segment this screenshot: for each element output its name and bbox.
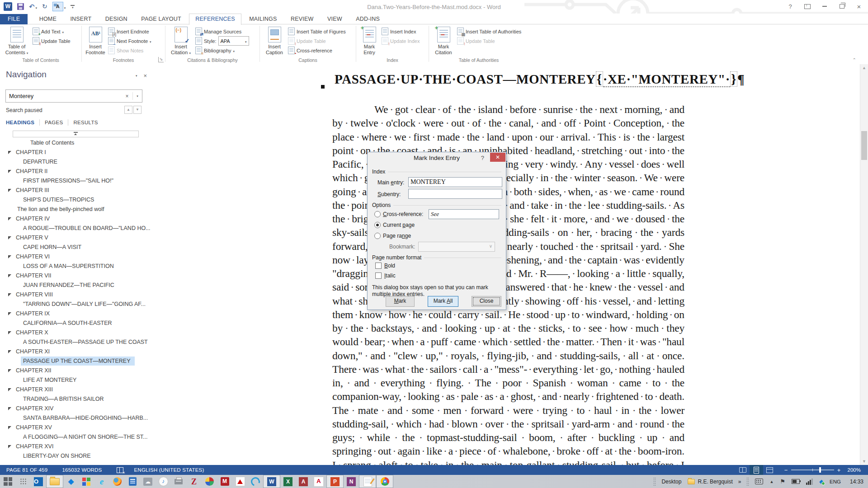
taskbar-printer[interactable] bbox=[171, 475, 186, 488]
nav-heading-item[interactable]: JUAN FERNANDEZ—THE PACIFIC bbox=[0, 281, 152, 290]
taskbar-start[interactable] bbox=[0, 475, 15, 488]
restore-button[interactable] bbox=[836, 2, 847, 10]
tab-view[interactable]: VIEW bbox=[321, 14, 348, 24]
collapse-triangle-icon[interactable] bbox=[8, 426, 11, 429]
taskbar-file-explorer[interactable] bbox=[46, 475, 63, 488]
dialog-title-bar[interactable]: Mark Index Entry ? ✕ bbox=[368, 152, 506, 164]
nav-heading-item[interactable]: CHAPTER X bbox=[0, 328, 152, 338]
toolbar-grip[interactable] bbox=[653, 477, 656, 486]
tab-pages[interactable]: PAGES bbox=[45, 120, 63, 125]
nav-heading-item[interactable]: CHAPTER XVI bbox=[0, 442, 152, 451]
current-page-radio[interactable] bbox=[374, 222, 381, 228]
nav-heading-item[interactable]: PASSAGE UP THE COAST—MONTEREY bbox=[0, 357, 152, 366]
tab-review[interactable]: REVIEW bbox=[285, 14, 320, 24]
document-line[interactable]: I·sprang·aloft·to·take·in·the·main·top-g… bbox=[332, 459, 684, 465]
taskbar-zotero[interactable] bbox=[186, 475, 202, 488]
touch-keyboard-button[interactable] bbox=[755, 479, 763, 484]
bold-checkbox[interactable] bbox=[375, 263, 382, 269]
taskbar-onedrive[interactable] bbox=[140, 475, 156, 488]
insert-footnote-button[interactable]: AB¹ InsertFootnote bbox=[85, 26, 106, 56]
nav-heading-item[interactable]: SANTA BARBARA—HIDE-DROGHING—HARB... bbox=[0, 413, 152, 423]
toolbar-overflow-chevron[interactable]: » bbox=[738, 479, 741, 485]
close-dialog-button[interactable]: Close bbox=[472, 296, 501, 307]
language-indicator[interactable]: ENGLISH (UNITED STATES) bbox=[134, 467, 204, 473]
taskbar-red-pyramid-app[interactable] bbox=[232, 475, 248, 488]
search-input[interactable]: Monterey × bbox=[5, 89, 142, 103]
tab-headings[interactable]: HEADINGS bbox=[6, 120, 34, 125]
pane-options-caret-icon[interactable] bbox=[136, 72, 137, 79]
page-indicator[interactable]: PAGE 81 OF 459 bbox=[6, 467, 47, 473]
taskbar-journal[interactable] bbox=[359, 475, 376, 488]
collapse-triangle-icon[interactable] bbox=[8, 217, 11, 221]
web-layout-button[interactable] bbox=[763, 465, 777, 475]
clear-search-icon[interactable]: × bbox=[122, 93, 132, 99]
taskbar-acrobat[interactable] bbox=[311, 475, 326, 488]
previous-result-button[interactable]: ▲ bbox=[124, 106, 132, 114]
nav-heading-item[interactable]: CHAPTER XV bbox=[0, 423, 152, 432]
taskbar-blue-swirl-app[interactable] bbox=[248, 475, 263, 488]
taskbar-pinned-grid[interactable] bbox=[15, 475, 31, 488]
dialog-close-button[interactable]: ✕ bbox=[490, 153, 505, 162]
nav-heading-item[interactable]: CHAPTER III bbox=[0, 186, 152, 195]
collapse-triangle-icon[interactable] bbox=[8, 388, 11, 391]
bookmark-combobox[interactable] bbox=[418, 242, 495, 252]
word-count[interactable]: 165032 WORDS bbox=[62, 467, 102, 473]
document-line[interactable]: place·where·we·first·made·the·land·upon·… bbox=[332, 131, 684, 144]
taskbar-powerpoint[interactable] bbox=[326, 475, 344, 488]
zoom-slider-thumb[interactable] bbox=[819, 467, 821, 473]
nav-heading-item[interactable]: A FLOGGING—A NIGHT ON SHORE—THE ST... bbox=[0, 432, 152, 442]
collapse-triangle-icon[interactable] bbox=[8, 236, 11, 239]
insert-citation-button[interactable]: (−)✓ Insert Citation bbox=[168, 26, 193, 56]
cross-reference-button[interactable]: ▪ Cross-reference bbox=[286, 46, 348, 55]
table-of-contents-button[interactable]: Table of Contents bbox=[3, 26, 31, 56]
scroll-down-icon[interactable]: ▼ bbox=[860, 458, 868, 465]
read-mode-button[interactable] bbox=[736, 465, 750, 475]
document-line[interactable]: would·bear;·when·a·puff·came·which·settl… bbox=[332, 335, 684, 349]
page-range-radio[interactable] bbox=[374, 233, 381, 239]
collapse-triangle-icon[interactable] bbox=[8, 293, 11, 296]
nav-heading-item[interactable]: CHAPTER IX bbox=[0, 309, 152, 319]
nav-heading-item[interactable]: CHAPTER XIV bbox=[0, 404, 152, 413]
nav-heading-item[interactable]: CHAPTER II bbox=[0, 167, 152, 176]
next-result-button[interactable]: ▼ bbox=[133, 106, 142, 114]
collapse-triangle-icon[interactable] bbox=[8, 369, 11, 372]
insert-table-of-figures-button[interactable]: Insert Table of Figures bbox=[286, 27, 348, 36]
collapse-triangle-icon[interactable] bbox=[8, 151, 11, 154]
mark-citation-button[interactable]: +− MarkCitation bbox=[432, 26, 455, 56]
minimize-button[interactable] bbox=[819, 2, 830, 10]
collapse-triangle-icon[interactable] bbox=[8, 170, 11, 173]
document-line[interactable]: springing·out·again·like·a·piece·of·whal… bbox=[332, 445, 684, 458]
network-indicator[interactable] bbox=[806, 479, 813, 485]
tab-insert[interactable]: INSERT bbox=[64, 14, 97, 24]
collapse-triangle-icon[interactable] bbox=[8, 274, 11, 277]
zoom-out-button[interactable]: − bbox=[783, 467, 789, 474]
document-line[interactable]: We·got·clear·of·the·island·before·sunris… bbox=[332, 103, 684, 117]
taskbar-dropbox[interactable] bbox=[63, 475, 79, 488]
document-line[interactable]: There·was·what·the·sailors·call·a·"mess"… bbox=[332, 363, 684, 376]
nav-heading-item[interactable]: A SOUTH-EASTER—PASSAGE UP THE COAST bbox=[0, 338, 152, 347]
collapse-triangle-icon[interactable] bbox=[8, 331, 11, 334]
proofing-status-icon[interactable] bbox=[117, 467, 123, 473]
nav-heading-item[interactable]: FIRST IMPRESSIONS—"SAIL HO!" bbox=[0, 176, 152, 186]
insert-table-of-authorities-button[interactable]: ▤ Insert Table of Authorities bbox=[455, 27, 523, 36]
help-button[interactable]: ? bbox=[785, 2, 796, 10]
action-center-icon[interactable]: ⚑ bbox=[780, 478, 785, 485]
mark-entry-button[interactable]: +− MarkEntry bbox=[359, 26, 380, 56]
document-line[interactable]: by·the·backstays,·and·looking·up·at·the·… bbox=[332, 322, 684, 335]
bibliography-button[interactable]: ≡ Bibliography bbox=[193, 46, 251, 55]
taskbar-app-grid[interactable] bbox=[79, 475, 94, 488]
mark-all-button[interactable]: Mark All bbox=[428, 296, 458, 307]
tab-add-ins[interactable]: ADD-INS bbox=[350, 14, 386, 24]
update-table-button[interactable]: ! Update Table bbox=[31, 36, 72, 46]
tab-results[interactable]: RESULTS bbox=[73, 120, 98, 125]
taskbar-chrome[interactable] bbox=[376, 475, 393, 488]
tab-mailings[interactable]: MAILINGS bbox=[243, 14, 283, 24]
zoom-in-button[interactable]: + bbox=[836, 467, 842, 474]
add-text-button[interactable]: + Add Text bbox=[31, 27, 72, 36]
jump-to-beginning-button[interactable] bbox=[13, 131, 139, 137]
cross-reference-radio[interactable] bbox=[374, 211, 381, 217]
dialog-help-button[interactable]: ? bbox=[481, 155, 484, 161]
cross-reference-field[interactable]: See bbox=[429, 209, 499, 219]
collapse-triangle-icon[interactable] bbox=[8, 189, 11, 192]
nav-heading-item[interactable]: CHAPTER XI bbox=[0, 347, 152, 357]
